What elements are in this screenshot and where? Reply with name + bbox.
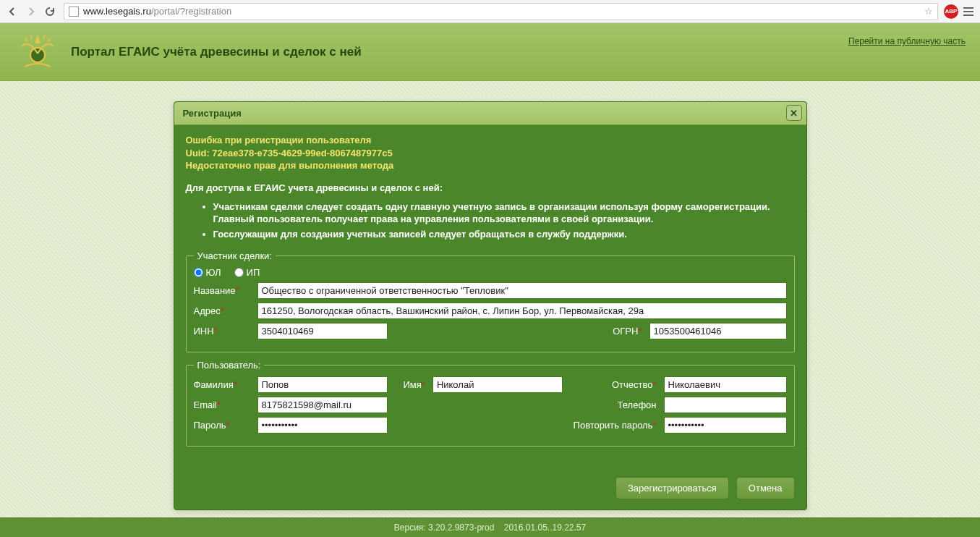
user-fieldset: Пользователь: Фамилия* Имя* Отчество* Em… (186, 360, 795, 447)
firstname-input[interactable] (433, 376, 563, 393)
page-icon (69, 7, 79, 17)
radio-ip-label[interactable]: ИП (234, 267, 260, 278)
label-password2: Повторить пароль (574, 420, 653, 431)
label-lastname: Фамилия (194, 379, 234, 390)
password-input[interactable] (257, 417, 388, 434)
footer-bar: Версия: 3.20.2.9873-prod 2016.01.05..19.… (0, 517, 980, 537)
footer-version: Версия: 3.20.2.9873-prod (394, 523, 495, 533)
browser-toolbar: www.lesegais.ru/portal/?registration ☆ A… (0, 0, 980, 23)
address-input[interactable] (257, 303, 787, 319)
url-path: /portal/?registration (151, 6, 231, 17)
url-bar[interactable]: www.lesegais.ru/portal/?registration ☆ (64, 3, 938, 20)
radio-ul-label[interactable]: ЮЛ (194, 267, 221, 278)
site-logo (17, 32, 58, 72)
label-patronymic: Отчество (612, 379, 653, 390)
label-password: Пароль (194, 420, 226, 431)
radio-ul[interactable] (194, 268, 203, 277)
register-button[interactable]: Зарегистрироваться (615, 477, 729, 499)
participant-legend: Участник сделки: (194, 250, 276, 261)
cancel-button[interactable]: Отмена (736, 477, 795, 499)
page-background: Портал ЕГАИС учёта древесины и сделок с … (0, 23, 980, 537)
error-line-1: Ошибка при регистрации пользователя (186, 134, 795, 147)
user-legend: Пользователь: (194, 360, 265, 371)
intro-bullets: Участникам сделки следует создать одну г… (213, 200, 795, 241)
label-email: Email (194, 399, 218, 410)
bookmark-star-icon[interactable]: ☆ (924, 6, 933, 17)
error-line-2: Uuid: 72eae378-e735-4629-99ed-8067487977… (186, 147, 795, 160)
forward-button[interactable] (23, 4, 39, 20)
radio-ip[interactable] (234, 268, 244, 277)
bullet-1: Участникам сделки следует создать одну г… (213, 200, 795, 226)
registration-dialog: Регистрация ✕ Ошибка при регистрации пол… (174, 101, 807, 510)
close-icon[interactable]: ✕ (786, 105, 802, 121)
participant-fieldset: Участник сделки: ЮЛ ИП Название* (186, 250, 795, 352)
inn-input[interactable] (257, 323, 388, 339)
password2-input[interactable] (664, 417, 787, 434)
label-phone: Телефон (618, 399, 657, 410)
phone-input[interactable] (664, 397, 787, 413)
lastname-input[interactable] (257, 376, 388, 393)
label-name: Название (194, 285, 236, 296)
intro-text: Для доступа к ЕГАИС учета древесины и сд… (186, 182, 795, 193)
dialog-title: Регистрация (183, 108, 242, 119)
label-ogrn: ОГРН (613, 326, 638, 337)
reload-button[interactable] (42, 4, 58, 20)
site-title: Портал ЕГАИС учёта древесины и сделок с … (71, 45, 362, 59)
public-part-link[interactable]: Перейти на публичную часть (848, 36, 966, 46)
label-address: Адрес (194, 305, 221, 316)
label-firstname: Имя (404, 379, 422, 390)
name-input[interactable] (257, 282, 787, 299)
ogrn-input[interactable] (649, 323, 787, 339)
dialog-title-bar: Регистрация ✕ (174, 102, 806, 125)
error-line-3: Недостаточно прав для выполнения метода (186, 159, 795, 172)
error-block: Ошибка при регистрации пользователя Uuid… (186, 134, 795, 172)
back-button[interactable] (4, 4, 20, 20)
svg-point-0 (30, 48, 45, 62)
email-input[interactable] (257, 397, 388, 413)
patronymic-input[interactable] (664, 376, 787, 393)
bullet-2: Госслужащим для создания учетных записей… (213, 228, 795, 241)
url-host: www.lesegais.ru (83, 6, 151, 17)
hamburger-menu-icon[interactable] (961, 7, 976, 16)
site-header: Портал ЕГАИС учёта древесины и сделок с … (0, 23, 980, 81)
abp-icon[interactable]: ABP (944, 4, 958, 19)
label-inn: ИНН (194, 326, 214, 337)
footer-date: 2016.01.05..19.22.57 (504, 523, 586, 533)
